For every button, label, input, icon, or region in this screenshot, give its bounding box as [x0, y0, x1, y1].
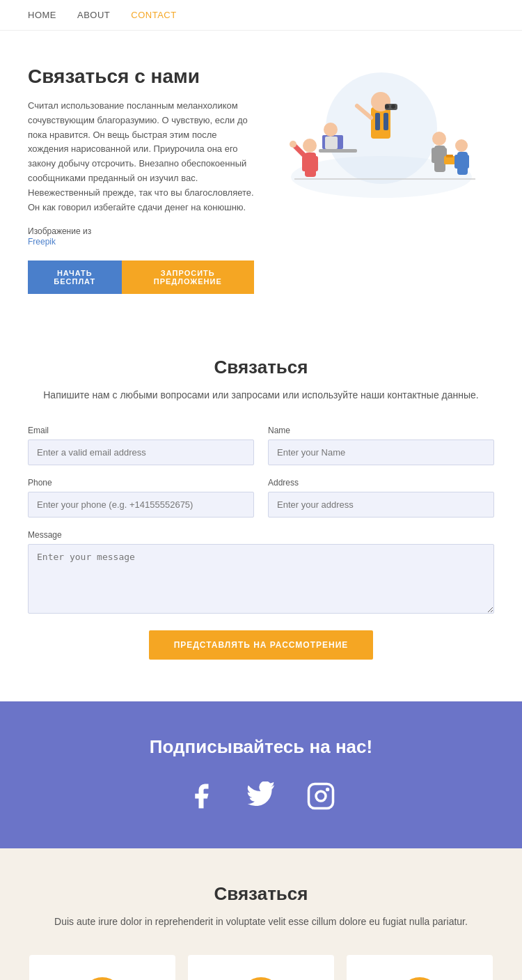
- name-label: Name: [268, 426, 494, 435]
- info-cards-row: Диаграмма к нам Наша дружная команда гот…: [28, 955, 494, 980]
- form-row-phone-address: Phone Address: [28, 478, 494, 518]
- request-button[interactable]: ЗАПРОСИТЬ ПРЕДЛОЖЕНИЕ: [122, 260, 254, 294]
- svg-point-8: [391, 104, 395, 109]
- message-label: Message: [28, 530, 494, 540]
- nav-about[interactable]: ABOUT: [77, 10, 110, 20]
- submit-button[interactable]: ПРЕДСТАВЛЯТЬ НА РАССМОТРЕНИЕ: [149, 630, 374, 660]
- form-section-subtitle: Напишите нам с любыми вопросами или запр…: [28, 389, 494, 400]
- address-label: Address: [268, 478, 494, 488]
- svg-point-14: [303, 139, 317, 153]
- svg-rect-4: [375, 113, 380, 130]
- phone-card-icon: [399, 977, 441, 980]
- form-row-email-name: Email Name: [28, 426, 494, 465]
- svg-rect-31: [309, 784, 333, 809]
- instagram-icon[interactable]: [303, 779, 338, 814]
- office-card: Офис Приходите поздороваться в штаб-квар…: [188, 955, 334, 980]
- office-card-icon: [240, 977, 282, 980]
- svg-rect-13: [325, 137, 338, 149]
- svg-point-20: [432, 132, 446, 146]
- hero-text-block: Связаться с нами Считал использование по…: [28, 65, 254, 294]
- phone-input[interactable]: [28, 492, 254, 518]
- email-label: Email: [28, 426, 254, 435]
- hero-buttons: НАЧАТЬ БЕСПЛАТ ЗАПРОСИТЬ ПРЕДЛОЖЕНИЕ: [28, 260, 254, 294]
- hero-title: Связаться с нами: [28, 65, 254, 88]
- svg-rect-17: [313, 156, 318, 171]
- svg-point-19: [290, 141, 296, 148]
- svg-point-32: [316, 791, 326, 801]
- twitter-icon[interactable]: [244, 779, 278, 814]
- social-title: Подписывайтесь на нас!: [28, 736, 494, 758]
- message-input[interactable]: [28, 544, 494, 614]
- phone-label: Phone: [28, 478, 254, 488]
- contact-form: Email Name Phone Address Message ПРЕДСТА…: [28, 426, 494, 660]
- phone-card: Телефон пн-пт с 8:00 до 5:00 +1(555) 000…: [347, 955, 493, 980]
- nav-home[interactable]: HOME: [28, 10, 56, 20]
- freepik-link[interactable]: Freepik: [28, 237, 254, 247]
- social-icons-row: [28, 779, 494, 814]
- phone-group: Phone: [28, 478, 254, 518]
- svg-point-12: [324, 123, 338, 137]
- address-group: Address: [268, 478, 494, 518]
- contact-info-section: Связаться Duis aute irure dolor in repre…: [0, 848, 522, 980]
- svg-rect-22: [432, 148, 436, 163]
- svg-point-26: [455, 139, 468, 152]
- name-input[interactable]: [268, 440, 494, 465]
- hero-illustration: [280, 65, 482, 205]
- address-input[interactable]: [268, 492, 494, 518]
- contact-form-section: Связаться Напишите нам с любыми вопросам…: [0, 322, 522, 701]
- info-section-title: Связаться: [28, 883, 494, 905]
- email-card: Диаграмма к нам Наша дружная команда гот…: [29, 955, 175, 980]
- form-section-title: Связаться: [28, 357, 494, 378]
- svg-rect-29: [464, 155, 469, 169]
- svg-rect-25: [446, 155, 453, 157]
- email-group: Email: [28, 426, 254, 465]
- svg-rect-10: [319, 149, 357, 153]
- facebook-icon[interactable]: [184, 779, 219, 814]
- submit-wrap: ПРЕДСТАВЛЯТЬ НА РАССМОТРЕНИЕ: [28, 630, 494, 660]
- name-group: Name: [268, 426, 494, 465]
- navigation: HOME ABOUT CONTACT: [0, 0, 522, 31]
- nav-contact[interactable]: CONTACT: [131, 10, 176, 20]
- hero-image-container: [268, 65, 494, 205]
- start-button[interactable]: НАЧАТЬ БЕСПЛАТ: [28, 260, 122, 294]
- image-credit-label: Изображение из: [28, 226, 91, 236]
- hero-body: Считал использование посланным меланхоли…: [28, 99, 254, 215]
- svg-rect-5: [383, 113, 388, 130]
- email-card-icon: [81, 977, 123, 980]
- message-group: Message: [28, 530, 494, 614]
- info-section-subtitle: Duis aute irure dolor in reprehenderit i…: [28, 916, 494, 927]
- svg-point-7: [385, 104, 389, 109]
- svg-point-33: [326, 788, 329, 791]
- email-input[interactable]: [28, 440, 254, 465]
- hero-section: Связаться с нами Считал использование по…: [0, 31, 522, 322]
- svg-rect-28: [454, 155, 459, 169]
- social-section: Подписывайтесь на нас!: [0, 701, 522, 848]
